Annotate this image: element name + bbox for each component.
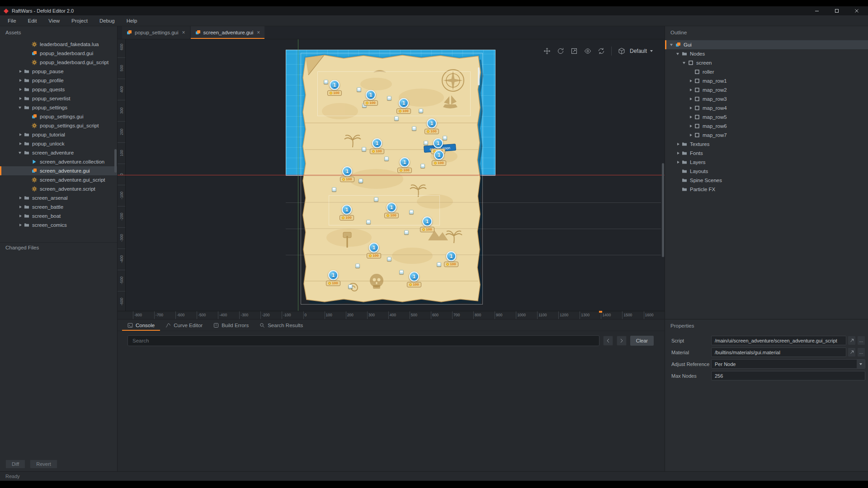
level-button-node[interactable]: 1 100 (337, 205, 357, 221)
expand-caret-icon[interactable] (18, 87, 23, 92)
level-button-node[interactable]: 1 100 (395, 157, 415, 173)
outline-item-map-row4[interactable]: map_row4 (665, 103, 868, 113)
level-button-node[interactable]: 1 100 (337, 166, 357, 182)
menu-view[interactable]: View (42, 15, 66, 26)
asset-item[interactable]: popup_leaderboard.gui (0, 49, 117, 58)
expand-caret-icon[interactable] (18, 223, 23, 227)
level-button-node[interactable]: 1 100 (429, 150, 449, 166)
browse-resource-button[interactable]: ... (857, 347, 865, 357)
move-tool-button[interactable] (542, 46, 552, 56)
tab-curve-editor[interactable]: Curve Editor (160, 319, 208, 331)
level-button-node[interactable]: 1 100 (422, 118, 442, 134)
camera-dropdown[interactable]: Default (630, 48, 653, 54)
asset-item[interactable]: popup_leaderboard.gui_script (0, 58, 117, 67)
outline-item-roller[interactable]: roller (665, 67, 868, 76)
menu-project[interactable]: Project (66, 15, 94, 26)
adjust-reference-dropdown[interactable]: Per Node (711, 359, 865, 369)
level-button-node[interactable]: 1 100 (417, 216, 437, 232)
tab-console[interactable]: Console (122, 319, 160, 331)
frame-refresh-button[interactable] (596, 46, 607, 56)
expand-caret-icon[interactable] (18, 196, 23, 200)
asset-folder[interactable]: screen_adventure (0, 148, 117, 157)
asset-item[interactable]: popup_settings.gui (0, 112, 117, 121)
outline-item-spine-scenes[interactable]: Spine Scenes (665, 176, 868, 185)
tab-screen-adventure-gui[interactable]: screen_adventure.gui × (191, 26, 265, 39)
outline-item-layers[interactable]: Layers (665, 158, 868, 167)
open-resource-button[interactable] (848, 336, 856, 345)
asset-folder[interactable]: popup_unlock (0, 139, 117, 148)
expand-caret-icon[interactable] (18, 205, 23, 209)
outline-item-map-row6[interactable]: map_row6 (665, 122, 868, 131)
collapse-caret-icon[interactable] (18, 105, 23, 110)
material-field[interactable] (711, 347, 846, 357)
asset-item[interactable]: screen_adventure.collection (0, 157, 117, 166)
asset-folder[interactable]: popup_settings (0, 103, 117, 112)
level-button-node[interactable]: 1 100 (394, 98, 414, 114)
tab-popup-settings-gui[interactable]: popup_settings.gui × (122, 26, 190, 39)
script-field[interactable] (711, 336, 846, 345)
asset-folder[interactable]: popup_profile (0, 76, 117, 85)
expand-caret-icon[interactable] (18, 214, 23, 218)
clear-button[interactable]: Clear (630, 336, 654, 346)
minimize-button[interactable] (812, 7, 822, 14)
outline-item-map-row7[interactable]: map_row7 (665, 131, 868, 140)
expand-caret-icon[interactable] (676, 151, 680, 155)
scene-viewport[interactable]: coming soon 1 100 1 100 (118, 39, 665, 319)
revert-button[interactable]: Revert (30, 460, 57, 469)
assets-scrollbar[interactable] (114, 149, 117, 173)
level-button-node[interactable]: 1 100 (361, 90, 381, 106)
expand-caret-icon[interactable] (689, 115, 693, 119)
asset-folder[interactable]: popup_tutorial (0, 130, 117, 139)
tab-build-errors[interactable]: Build Errors (208, 319, 254, 331)
collapse-caret-icon[interactable] (682, 61, 687, 65)
level-button-node[interactable]: 1 100 (364, 243, 384, 258)
outline-item-layouts[interactable]: Layouts (665, 167, 868, 176)
outline-item-screen[interactable]: screen (665, 58, 868, 67)
expand-caret-icon[interactable] (689, 88, 693, 92)
close-tab-icon[interactable]: × (182, 29, 185, 36)
expand-caret-icon[interactable] (689, 124, 693, 128)
level-button-node[interactable]: 1 100 (404, 272, 424, 287)
expand-caret-icon[interactable] (18, 78, 23, 83)
asset-folder[interactable]: popup_serverlist (0, 94, 117, 103)
outline-item-map-row3[interactable]: map_row3 (665, 94, 868, 103)
asset-folder[interactable]: popup_pause (0, 67, 117, 76)
expand-caret-icon[interactable] (18, 132, 23, 137)
viewport-scrollbar[interactable] (662, 163, 664, 257)
asset-item[interactable]: screen_adventure.gui_script (0, 175, 117, 184)
outline-item-map-row1[interactable]: map_row1 (665, 76, 868, 85)
max-nodes-field[interactable] (711, 371, 865, 380)
asset-item[interactable]: screen_adventure.script (0, 184, 117, 193)
collapse-caret-icon[interactable] (670, 42, 674, 47)
next-result-button[interactable] (617, 336, 627, 346)
outline-item-particle-fx[interactable]: Particle FX (665, 185, 868, 194)
expand-caret-icon[interactable] (689, 97, 693, 101)
asset-folder[interactable]: screen_boat (0, 211, 117, 221)
expand-caret-icon[interactable] (689, 106, 693, 110)
menu-file[interactable]: File (2, 15, 22, 26)
close-button[interactable] (852, 7, 862, 14)
asset-folder[interactable]: screen_arsenal (0, 193, 117, 202)
expand-caret-icon[interactable] (18, 69, 23, 74)
outline-item-nodes[interactable]: Nodes (665, 49, 868, 58)
visibility-filter-button[interactable] (582, 46, 593, 56)
expand-caret-icon[interactable] (676, 160, 680, 164)
outline-item-textures[interactable]: Textures (665, 140, 868, 149)
level-button-node[interactable]: 1 100 (441, 251, 461, 267)
expand-caret-icon[interactable] (689, 79, 693, 83)
expand-caret-icon[interactable] (18, 96, 23, 101)
prev-result-button[interactable] (603, 336, 613, 346)
outline-item-gui[interactable]: Gui (665, 40, 868, 49)
collapse-caret-icon[interactable] (676, 52, 680, 56)
outline-item-fonts[interactable]: Fonts (665, 149, 868, 158)
open-resource-button[interactable] (848, 347, 856, 357)
outline-item-map-row2[interactable]: map_row2 (665, 85, 868, 94)
asset-item[interactable]: leaderboard_fakedata.lua (0, 40, 117, 49)
tab-search-results[interactable]: Search Results (254, 319, 308, 331)
expand-caret-icon[interactable] (689, 133, 693, 137)
browse-resource-button[interactable]: ... (857, 336, 865, 345)
level-button-node[interactable]: 1 100 (323, 270, 343, 286)
collapse-caret-icon[interactable] (18, 150, 23, 155)
outline-item-map-row5[interactable]: map_row5 (665, 113, 868, 122)
close-tab-icon[interactable]: × (257, 29, 260, 36)
